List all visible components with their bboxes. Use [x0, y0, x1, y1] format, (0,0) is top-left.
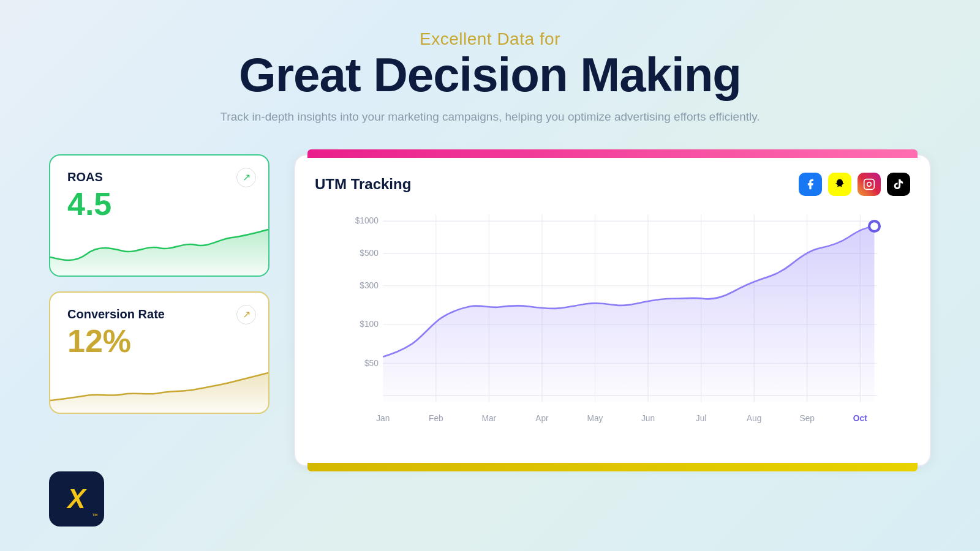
social-icons-group — [799, 173, 910, 196]
svg-text:Oct: Oct — [853, 414, 867, 423]
conversion-label: Conversion Rate — [67, 307, 251, 321]
svg-text:Feb: Feb — [429, 414, 443, 423]
conversion-card: Conversion Rate 12% ↗ — [49, 291, 270, 414]
svg-text:$500: $500 — [360, 249, 379, 258]
svg-text:Sep: Sep — [800, 414, 815, 423]
roas-card: ROAS 4.5 ↗ — [49, 154, 270, 277]
roas-arrow-button[interactable]: ↗ — [236, 168, 256, 187]
page-header: Excellent Data for Great Decision Making… — [0, 0, 980, 136]
instagram-icon[interactable] — [858, 173, 881, 196]
svg-text:Jan: Jan — [376, 414, 390, 423]
roas-label: ROAS — [67, 170, 251, 184]
header-description: Track in-depth insights into your market… — [0, 110, 980, 124]
logo-trademark: ™ — [92, 512, 98, 519]
conversion-sparkline — [50, 351, 268, 413]
conversion-arrow-button[interactable]: ↗ — [236, 305, 256, 324]
company-logo: X ™ — [49, 471, 104, 527]
svg-text:Apr: Apr — [535, 414, 549, 423]
svg-text:Aug: Aug — [747, 414, 761, 423]
logo-symbol: X — [67, 484, 85, 514]
svg-text:Mar: Mar — [482, 414, 497, 423]
svg-text:Jul: Jul — [696, 414, 707, 423]
facebook-icon[interactable] — [799, 173, 822, 196]
svg-text:$1000: $1000 — [355, 216, 379, 225]
roas-sparkline — [50, 214, 268, 276]
utm-chart: $1000 $500 $300 $100 $50 Jan Feb Mar Apr… — [315, 208, 910, 441]
header-subtitle: Excellent Data for — [0, 29, 980, 49]
snapchat-icon[interactable] — [828, 173, 851, 196]
svg-text:$50: $50 — [364, 358, 379, 367]
main-content: ROAS 4.5 ↗ Conversion Rate 12% ↗ — [0, 136, 980, 467]
svg-rect-0 — [864, 179, 875, 189]
tiktok-icon[interactable] — [887, 173, 910, 196]
svg-text:$300: $300 — [360, 281, 379, 290]
utm-tracking-card: UTM Tracking — [294, 154, 931, 467]
metric-cards-column: ROAS 4.5 ↗ Conversion Rate 12% ↗ — [49, 154, 270, 414]
svg-text:May: May — [587, 414, 603, 423]
utm-chart-svg: $1000 $500 $300 $100 $50 Jan Feb Mar Apr… — [315, 208, 910, 441]
svg-text:$100: $100 — [360, 320, 379, 329]
utm-card-header: UTM Tracking — [315, 173, 910, 196]
header-title: Great Decision Making — [0, 49, 980, 102]
utm-title: UTM Tracking — [315, 176, 411, 193]
svg-text:Jun: Jun — [641, 414, 655, 423]
svg-point-23 — [870, 222, 878, 230]
